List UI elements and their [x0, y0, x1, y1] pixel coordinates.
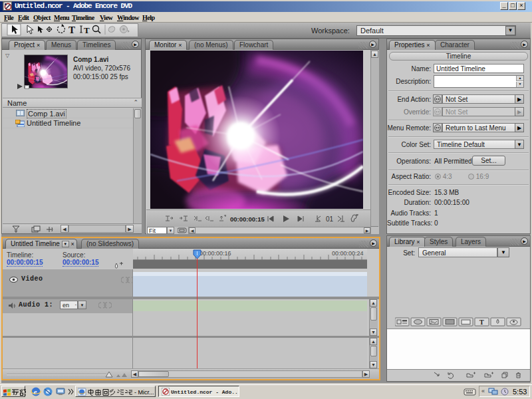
svg-text:T: T: [68, 25, 75, 35]
svg-text:T: T: [479, 319, 484, 326]
svg-text:T: T: [84, 25, 90, 35]
svg-text:e: e: [34, 388, 37, 396]
svg-text:- Micr...: - Micr...: [134, 389, 154, 396]
svg-text:01: 01: [326, 215, 334, 223]
